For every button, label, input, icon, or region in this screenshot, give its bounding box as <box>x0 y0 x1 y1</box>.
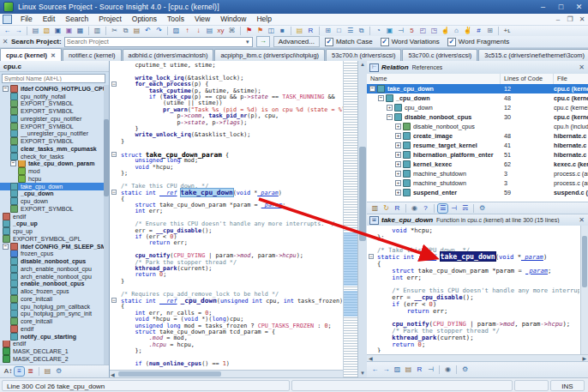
context-code-view[interactable]: void *hcpu;};/* Take this CPU down. */−s… <box>367 226 588 354</box>
code-line[interactable]: void *hcpu; <box>367 227 579 234</box>
symbol-item-core_initcall[interactable]: core_initcall <box>0 317 109 325</box>
symbol-item-MASK_DECLARE_1[interactable]: MASK_DECLARE_1 <box>0 347 109 355</box>
code-line[interactable]: cputime_t utime, stime; <box>110 63 343 69</box>
symbol-item-disable_nonboot_cpus[interactable]: disable_nonboot_cpus <box>0 257 109 265</box>
view-outline-icon[interactable]: ☰ <box>438 204 447 213</box>
help-icon[interactable]: ? <box>421 204 430 213</box>
scroll-left-icon[interactable]: ◀ <box>369 355 373 361</box>
context-lines[interactable]: void *hcpu;};/* Take this CPU down. */−s… <box>367 227 579 353</box>
symbol-item-ifdef CONFIG_HOTPLUG_CPU[interactable]: −ifdef CONFIG_HOTPLUG_CPU <box>0 85 109 93</box>
jump-definition-icon[interactable]: ↑ <box>183 27 192 35</box>
close-button[interactable]: ✕ <box>570 0 588 14</box>
keys-icon[interactable]: ✌ <box>463 27 472 35</box>
minimap[interactable] <box>343 61 358 377</box>
undo-icon[interactable]: ↶ <box>143 27 153 35</box>
settings-icon[interactable]: ⚙ <box>54 367 63 376</box>
mdi-close-button[interactable]: ✕ <box>576 15 588 23</box>
relation-row-machine_shutdown[interactable]: +machine_shutdown3process.c (arc <box>367 169 588 178</box>
save-as-icon[interactable]: ▣ <box>64 27 74 35</box>
fold-collapse-icon[interactable]: − <box>111 81 117 87</box>
fold-collapse-icon[interactable]: − <box>111 298 117 303</box>
lock-icon[interactable]: ◉ <box>410 204 419 213</box>
symbol-item-unregister_cpu_notifier[interactable]: unregister_cpu_notifier <box>0 115 109 123</box>
add-symbol-icon[interactable]: +ʟ <box>502 27 512 35</box>
symbol-item-__unregister_cpu_notifier[interactable]: __unregister_cpu_notifier <box>0 130 109 138</box>
forward-icon[interactable]: → <box>14 27 23 35</box>
open-file-icon[interactable]: ▧ <box>42 27 51 35</box>
symbol-item-alloc_frozen_cpus[interactable]: alloc_frozen_cpus <box>0 287 109 295</box>
checkbox-word-fragments[interactable]: ✓Word Fragments <box>447 38 509 46</box>
symbol-item-mod[interactable]: mod <box>0 167 109 175</box>
paste-icon[interactable]: ▤ <box>132 27 141 35</box>
view-graph-icon[interactable]: ⊣ <box>449 204 459 213</box>
symbol-item-enable_nonboot_cpus[interactable]: enable_nonboot_cpus <box>0 280 109 288</box>
code-line[interactable]: }; <box>110 348 343 354</box>
fold-collapse-icon[interactable]: − <box>369 254 374 259</box>
tab-close-icon[interactable]: ✕ <box>51 50 56 61</box>
numbers-icon[interactable]: 5 <box>407 27 417 35</box>
menu-view[interactable]: View <box>189 14 215 25</box>
symbol-item-clear_tasks_mm_cpumask[interactable]: clear_tasks_mm_cpumask <box>0 145 109 153</box>
code-line[interactable]: write_unlock_irq(&tasklist_lock); <box>110 132 343 138</box>
symbol-item-ifdef CONFIG_PM_SLEEP_SMP[interactable]: −ifdef CONFIG_PM_SLEEP_SMP <box>0 243 109 250</box>
tile-single-icon[interactable]: □ <box>334 27 344 35</box>
tab-5[interactable]: 53c700.c (drivers\scsi) <box>402 49 477 61</box>
maximize-button[interactable]: □ <box>552 0 570 14</box>
symbol-item-MASK_DECLARE_2[interactable]: MASK_DECLARE_2 <box>0 355 109 363</box>
tab-2[interactable]: adbhid.c (drivers\macintosh) <box>123 49 214 61</box>
browse-project-icon[interactable]: ▨ <box>171 27 181 35</box>
symbol-item-take_cpu_down_param[interactable]: −take_cpu_down_param <box>0 160 109 168</box>
relation-row-hibernation_platform_enter[interactable]: +hibernation_platform_enter51hibernate.c… <box>367 150 588 160</box>
fold-collapse-icon[interactable]: − <box>111 190 117 195</box>
symbol-item-cpu_hotplug_pm_callback[interactable]: cpu_hotplug_pm_callback <box>0 303 109 311</box>
window-prev-icon[interactable]: ◰ <box>418 27 428 35</box>
relation-row-resume_target_kernel[interactable]: +resume_target_kernel41hibernate.c (k <box>367 141 588 150</box>
back-icon[interactable]: ← <box>370 365 380 374</box>
menu-project[interactable]: Project <box>93 14 126 25</box>
scroll-up-icon[interactable]: ▲ <box>358 61 367 69</box>
code-line[interactable]: return 0; <box>110 272 343 278</box>
symbol-xy-icon[interactable]: xy <box>216 27 225 35</box>
code-line[interactable]: −static int __ref take_cpu_down(void *_p… <box>110 190 343 196</box>
symbol-item-notify_cpu_starting[interactable]: notify_cpu_starting <box>0 333 109 341</box>
symbol-item-take_cpu_down[interactable]: take_cpu_down <box>0 183 109 190</box>
collapse-icon[interactable]: − <box>387 114 393 120</box>
symbol-item-EXPORT_SYMBOL[interactable]: EXPORT_SYMBOL <box>0 107 109 115</box>
minimize-button[interactable]: – <box>534 0 552 14</box>
relation-row-kernel_kexec[interactable]: +kernel_kexec62kexec.c (kern <box>367 160 588 169</box>
symbol-item-cpu_notify_nofail[interactable]: cpu_notify_nofail <box>0 93 109 100</box>
editor-lines[interactable]: cputime_t utime, stime; write_lock_irq(&… <box>110 63 343 369</box>
symbol-filter-input[interactable] <box>2 74 105 83</box>
cut-icon[interactable]: ✂ <box>110 27 119 35</box>
window-new-icon[interactable]: ◫ <box>267 27 276 35</box>
expand-icon[interactable]: + <box>387 105 393 111</box>
window-close-icon[interactable]: ■ <box>278 27 287 35</box>
symbol-item-core_initcall[interactable]: core_initcall <box>0 295 109 303</box>
symbol-item-EXPORT_SYMBOL[interactable]: EXPORT_SYMBOL <box>0 123 109 130</box>
forward-icon[interactable]: → <box>381 365 391 374</box>
jump-reference-icon[interactable]: ↓ <box>194 27 203 35</box>
tab-6[interactable]: 3c515.c (drivers\net\ethernet\3com) <box>478 49 588 61</box>
print-icon[interactable]: ▥ <box>93 27 102 35</box>
symbol-item-EXPORT_SYMBOL[interactable]: EXPORT_SYMBOL <box>0 100 109 108</box>
relation-row-suspend_enter[interactable]: +suspend_enter59suspend.c (ke <box>367 188 588 197</box>
tab-1[interactable]: notifier.c (kernel) <box>63 49 122 61</box>
symbol-item-cpu_hotplug_pm_sync_init[interactable]: cpu_hotplug_pm_sync_init <box>0 311 109 318</box>
browse-project-icon[interactable]: ▨ <box>393 365 402 374</box>
code-line[interactable]: if (num_online_cpus() == 1) <box>110 361 343 367</box>
symbol-item-cpu_down[interactable]: cpu_down <box>0 197 109 205</box>
code-line[interactable]: −static int __ref take_cpu_down(void *_p… <box>367 254 579 261</box>
symbol-item-hcpu[interactable]: hcpu <box>0 175 109 183</box>
fold-collapse-icon[interactable]: − <box>111 152 117 157</box>
doc-view-icon[interactable]: ▤ <box>404 365 413 374</box>
code-line[interactable]: } <box>367 347 579 353</box>
search-close-icon[interactable]: ✕ <box>0 38 10 45</box>
menu-window[interactable]: Window <box>215 14 251 25</box>
mdi-restore-button[interactable]: ❐ <box>564 15 576 23</box>
copy-icon[interactable]: ⧉ <box>121 27 130 35</box>
menu-help[interactable]: Help <box>251 14 276 25</box>
relation-close-icon[interactable]: ✕ <box>579 63 585 71</box>
code-line[interactable]: return err; <box>367 308 579 315</box>
sidebar-scrollbar[interactable] <box>104 85 109 365</box>
code-line[interactable]: void *hcpu; <box>110 165 343 171</box>
